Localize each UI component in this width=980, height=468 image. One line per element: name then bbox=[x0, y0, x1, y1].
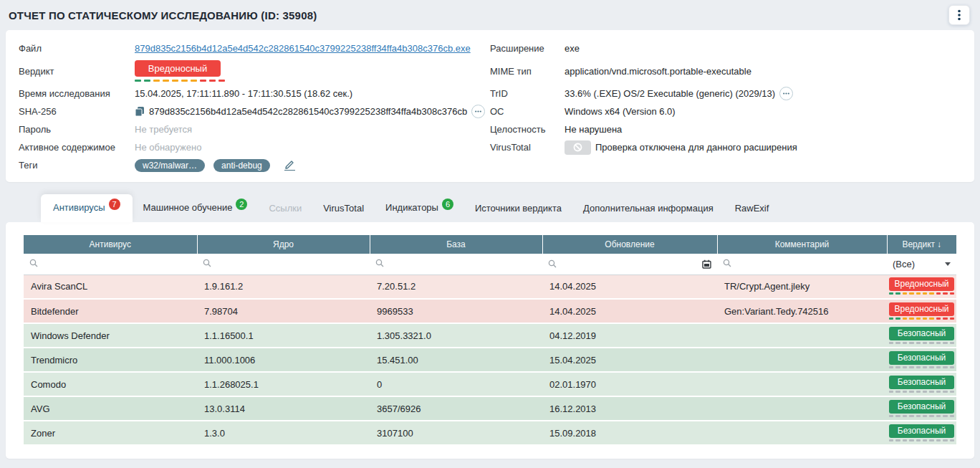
active-content-row: Активное содержимое Не обнаружено bbox=[19, 138, 490, 156]
pencil-icon bbox=[285, 160, 294, 169]
table-row[interactable]: AVG 13.0.3114 3657/6926 16.12.2013 Безоп… bbox=[24, 396, 956, 421]
table-row[interactable]: Zoner 1.3.0 3107100 15.09.2018 Безопасны… bbox=[24, 421, 956, 445]
column-header[interactable]: База bbox=[370, 235, 542, 254]
tags-list: w32/malwar…anti-debug bbox=[135, 159, 295, 172]
copy-icon[interactable] bbox=[135, 106, 145, 117]
cell-engine: 1.3.0 bbox=[197, 421, 370, 445]
search-icon bbox=[203, 259, 211, 267]
tab-label: Дополнительная информация bbox=[583, 203, 714, 214]
cell-antivirus: Zoner bbox=[24, 421, 197, 445]
verdict-scale-indicator bbox=[889, 342, 954, 344]
antivirus-table: АнтивирусЯдроБазаОбновлениеКомментарийВе… bbox=[24, 235, 956, 446]
file-name-link[interactable]: 879d835c2156b4d12a5e4d542c282861540c3799… bbox=[135, 43, 471, 54]
cell-base: 9969533 bbox=[370, 299, 542, 323]
file-row: Файл 879d835c2156b4d12a5e4d542c282861540… bbox=[19, 39, 490, 57]
verdict-badge: Вредоносный bbox=[889, 302, 954, 316]
tab-5[interactable]: Индикаторы6 bbox=[375, 194, 464, 222]
cell-verdict: Вредоносный bbox=[887, 299, 956, 323]
column-header[interactable]: Комментарий bbox=[717, 235, 887, 254]
cell-comment bbox=[717, 323, 887, 348]
tag-pill: w32/malwar… bbox=[135, 159, 205, 172]
cell-base: 3107100 bbox=[370, 421, 542, 445]
tag-pill: anti-debug bbox=[213, 159, 270, 172]
tags-row: Теги w32/malwar…anti-debug bbox=[19, 156, 490, 174]
cell-comment bbox=[717, 372, 887, 396]
tab-7[interactable]: Дополнительная информация bbox=[572, 195, 724, 222]
cell-antivirus: Windows Defender bbox=[24, 323, 197, 348]
mime-value: application/vnd.microsoft.portable-execu… bbox=[565, 66, 751, 77]
trid-row: TrID 33.6% (.EXE) OS/2 Executable (gener… bbox=[490, 85, 961, 102]
analysis-time-row: Время исследования 15.04.2025, 17:11:11.… bbox=[19, 85, 490, 102]
active-content-value: Не обнаружено bbox=[135, 142, 201, 153]
cell-comment: Gen:Variant.Tedy.742516 bbox=[717, 299, 887, 323]
column-header[interactable]: Обновление bbox=[542, 235, 717, 254]
filter-base[interactable] bbox=[370, 254, 542, 274]
table-row[interactable]: Comodo 1.1.268025.1 0 02.01.1970 Безопас… bbox=[24, 372, 956, 396]
trid-more-button[interactable] bbox=[779, 87, 793, 100]
tab-8[interactable]: RawExif bbox=[724, 195, 780, 222]
verdict-row: Вердикт Вредоносный bbox=[19, 57, 490, 85]
verdict-scale-indicator bbox=[889, 439, 954, 441]
verdict-filter-value: (Все) bbox=[893, 259, 915, 269]
edit-tags-button[interactable] bbox=[284, 160, 295, 171]
table-row[interactable]: Windows Defender 1.1.16500.1 1.305.3321.… bbox=[24, 323, 956, 348]
sha256-value: 879d835c2156b4d12a5e4d542c282861540c3799… bbox=[149, 106, 467, 117]
column-header[interactable]: Ядро bbox=[197, 235, 370, 254]
table-row[interactable]: Bitdefender 7.98704 9969533 14.04.2025 G… bbox=[24, 299, 956, 323]
tab-1[interactable]: Антивирусы7 bbox=[41, 194, 133, 222]
verdict-badge: Безопасный bbox=[889, 351, 954, 365]
prohibited-icon bbox=[573, 143, 582, 152]
cell-engine: 1.9.161.2 bbox=[197, 274, 370, 299]
antivirus-table-panel: АнтивирусЯдроБазаОбновлениеКомментарийВе… bbox=[6, 222, 974, 459]
cell-comment bbox=[717, 348, 887, 372]
file-label: Файл bbox=[19, 43, 135, 54]
filter-verdict[interactable]: (Все) bbox=[887, 254, 956, 274]
cell-verdict: Вредоносный bbox=[887, 274, 956, 299]
sort-direction-icon: ↓ bbox=[937, 239, 941, 249]
verdict-badge: Безопасный bbox=[889, 400, 954, 414]
kebab-menu-button[interactable] bbox=[948, 5, 970, 25]
tags-label: Теги bbox=[19, 160, 135, 171]
cell-base: 7.20.51.2 bbox=[370, 274, 542, 299]
cell-antivirus: Avira ScanCL bbox=[24, 274, 197, 299]
column-header[interactable]: Антивирус bbox=[24, 235, 197, 254]
extension-value: exe bbox=[565, 43, 580, 54]
info-left-column: Файл 879d835c2156b4d12a5e4d542c282861540… bbox=[19, 39, 490, 171]
filter-updated[interactable] bbox=[542, 254, 717, 274]
os-label: ОС bbox=[490, 106, 565, 117]
calendar-icon[interactable] bbox=[702, 259, 711, 269]
column-header[interactable]: Вердикт↓ bbox=[887, 235, 956, 254]
sha256-label: SHA-256 bbox=[19, 106, 135, 117]
table-row[interactable]: Avira ScanCL 1.9.161.2 7.20.51.2 14.04.2… bbox=[24, 274, 956, 299]
filter-engine[interactable] bbox=[197, 254, 370, 274]
tab-2[interactable]: Машинное обучение2 bbox=[133, 194, 259, 222]
filter-comment[interactable] bbox=[717, 254, 887, 274]
cell-base: 1.305.3321.0 bbox=[370, 323, 542, 348]
cell-engine: 1.1.268025.1 bbox=[197, 372, 370, 396]
mime-label: MIME тип bbox=[490, 66, 565, 77]
tab-4[interactable]: VirusTotal bbox=[312, 195, 375, 222]
cell-updated: 04.12.2019 bbox=[542, 323, 717, 348]
search-icon bbox=[723, 259, 731, 267]
cell-base: 15.451.00 bbox=[370, 348, 542, 372]
table-row[interactable]: Trendmicro 11.000.1006 15.451.00 15.04.2… bbox=[24, 348, 956, 372]
tab-label: RawExif bbox=[735, 203, 769, 214]
verdict-badge: Безопасный bbox=[889, 376, 954, 389]
tab-label: Антивирусы bbox=[53, 202, 105, 213]
integrity-value: Не нарушена bbox=[565, 124, 622, 135]
tab-6[interactable]: Источники вердикта bbox=[464, 195, 572, 222]
analysis-time-label: Время исследования bbox=[19, 88, 135, 99]
search-icon bbox=[29, 259, 38, 267]
active-content-label: Активное содержимое bbox=[19, 142, 135, 153]
os-row: ОС Windows x64 (Version 6.0) bbox=[490, 102, 961, 120]
tab-count-badge: 7 bbox=[109, 199, 120, 210]
cell-updated: 15.09.2018 bbox=[542, 421, 717, 445]
tab-count-badge: 6 bbox=[442, 199, 453, 210]
cell-verdict: Безопасный bbox=[887, 372, 956, 396]
sha256-row: SHA-256 879d835c2156b4d12a5e4d542c282861… bbox=[19, 102, 490, 120]
verdict-scale-indicator bbox=[889, 292, 954, 295]
disabled-check-badge bbox=[565, 140, 591, 155]
filter-antivirus[interactable] bbox=[24, 254, 197, 274]
sha256-more-button[interactable] bbox=[471, 105, 485, 118]
search-icon bbox=[375, 259, 384, 267]
